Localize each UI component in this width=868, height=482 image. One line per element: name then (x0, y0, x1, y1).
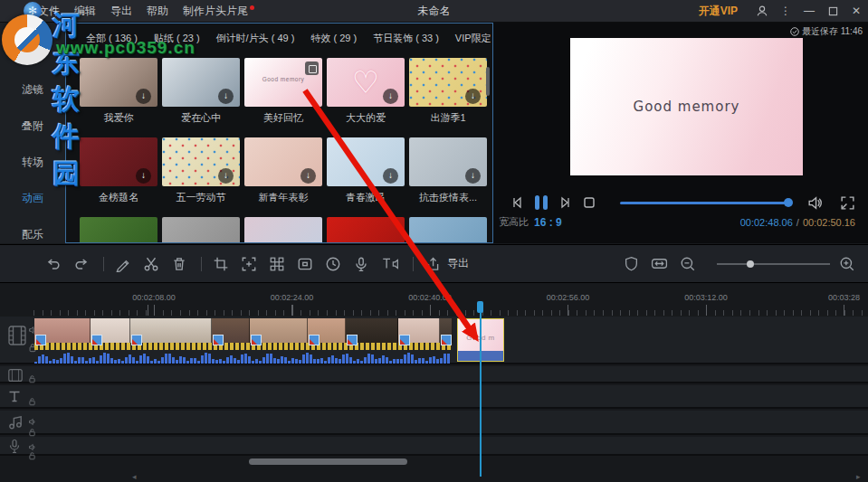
maximize-button[interactable] (821, 5, 844, 17)
template-item[interactable]: ↓新青年表彰 (244, 137, 322, 204)
open-vip-button[interactable]: 开通VIP (699, 4, 738, 19)
clip-file-badge-icon (35, 335, 46, 345)
template-item[interactable] (327, 217, 405, 243)
template-name: 我爱你 (80, 111, 157, 125)
template-name: 金榜题名 (80, 191, 157, 204)
voiceover-track-icon (7, 439, 22, 458)
template-item[interactable]: ↓五一劳动节 (162, 137, 240, 204)
title-clip-selected[interactable]: Good m (457, 318, 504, 362)
template-item[interactable] (409, 217, 487, 243)
seek-bar[interactable] (620, 196, 792, 209)
download-icon[interactable]: ↓ (136, 168, 151, 184)
template-name: 美好回忆 (244, 111, 322, 125)
ruler-label: 00:02:56.00 (547, 293, 590, 302)
download-icon[interactable]: ↓ (465, 89, 481, 104)
current-time: 00:02:48.06 (740, 217, 793, 228)
library-panel: 全部 ( 136 )贴纸 ( 23 )倒计时/片头 ( 49 )特效 ( 29 … (65, 23, 493, 243)
freeze-frame-icon[interactable] (297, 256, 313, 272)
aspect-ratio-value[interactable]: 16 : 9 (534, 216, 562, 229)
timeline-ruler[interactable]: 00:02:08.0000:02:24.0000:02:40.0000:02:5… (0, 283, 868, 317)
next-frame-button[interactable] (557, 194, 573, 211)
edit-pencil-icon[interactable] (115, 256, 131, 272)
template-name: 抗击疫情表... (409, 191, 487, 204)
library-tab[interactable]: 全部 ( 136 ) (86, 32, 138, 45)
template-thumbnail (244, 217, 322, 243)
template-item[interactable]: ↓出游季1 (409, 58, 487, 125)
download-icon[interactable]: ↓ (383, 89, 398, 104)
minimize-button[interactable]: — (797, 5, 821, 17)
download-icon[interactable]: ↓ (136, 89, 151, 104)
library-tab[interactable]: 贴纸 ( 23 ) (154, 32, 200, 45)
undo-icon[interactable] (45, 256, 62, 272)
seek-knob[interactable] (784, 198, 793, 207)
ruler-label: 00:02:40.00 (408, 293, 452, 302)
previous-frame-button[interactable] (510, 194, 526, 211)
template-item[interactable] (80, 217, 157, 243)
export-icon[interactable] (424, 256, 441, 272)
sidebar-item-转场[interactable]: 转场 (0, 146, 65, 179)
timeline-zoom-slider[interactable] (717, 260, 830, 269)
sidebar-item-叠附[interactable]: 叠附 (0, 109, 65, 143)
library-tab[interactable]: 倒计时/片头 ( 49 ) (216, 32, 295, 45)
pause-button[interactable] (535, 195, 548, 210)
menubar: 文件编辑导出帮助制作片头片尾 未命名 开通VIP ⋮ — ✕ (0, 0, 868, 23)
zoom-slider-knob[interactable] (747, 260, 754, 268)
fullscreen-icon[interactable] (840, 195, 855, 211)
export-button[interactable]: 导出 (447, 256, 469, 271)
timeline-horizontal-scrollbar[interactable] (249, 458, 407, 465)
template-item[interactable] (244, 217, 322, 243)
clip-file-badge-icon (399, 335, 410, 345)
text-to-speech-icon[interactable] (381, 256, 399, 272)
zoom-region-icon[interactable] (241, 256, 257, 272)
title-clip-bar (458, 351, 503, 361)
library-tab[interactable]: 节日装饰 ( 33 ) (373, 32, 439, 45)
template-item[interactable] (162, 217, 240, 243)
stop-button[interactable] (582, 195, 596, 210)
library-tab[interactable]: 特效 ( 29 ) (310, 32, 357, 45)
watermark-shield-icon[interactable] (624, 256, 639, 271)
video-clip-strip[interactable] (34, 318, 453, 364)
template-item[interactable]: ♡↓大大的爱 (327, 58, 405, 125)
download-icon[interactable]: ↓ (465, 168, 481, 184)
scroll-right-icon[interactable]: ▸ (856, 472, 861, 481)
redo-icon[interactable] (73, 256, 90, 272)
close-button[interactable]: ✕ (844, 5, 868, 17)
download-icon[interactable]: ↓ (218, 168, 234, 184)
template-thumbnail (409, 217, 487, 243)
template-item[interactable]: ↓爱在心中 (162, 58, 240, 125)
sidebar-item-动画[interactable]: 动画 (0, 182, 65, 215)
timeline-zoom-out-icon[interactable] (680, 256, 696, 272)
fit-timeline-icon[interactable] (651, 256, 668, 271)
library-scrollbar[interactable] (486, 60, 490, 236)
template-item[interactable]: ↓抗击疫情表... (409, 137, 487, 204)
template-item[interactable]: ↓我爱你 (80, 58, 157, 125)
download-icon[interactable]: ↓ (300, 168, 316, 184)
more-menu-icon[interactable]: ⋮ (774, 5, 797, 17)
template-item[interactable]: ↓金榜题名 (80, 137, 157, 204)
volume-icon[interactable] (806, 194, 824, 212)
sidebar-item-文字[interactable]: 文字 (0, 37, 65, 71)
track-lock-icon[interactable] (28, 448, 36, 464)
text-track (0, 385, 868, 409)
sidebar-item-滤镜[interactable]: 滤镜 (0, 73, 65, 107)
check-circle-icon (790, 27, 799, 36)
duration-clock-icon[interactable] (325, 256, 341, 272)
template-item[interactable]: Good memory美好回忆 (244, 58, 322, 125)
mosaic-icon[interactable] (269, 256, 285, 272)
track-lock-icon[interactable] (28, 393, 36, 410)
scroll-left-icon[interactable]: ◂ (132, 472, 137, 481)
delete-trash-icon[interactable] (171, 256, 187, 272)
video-clip[interactable] (130, 318, 212, 343)
template-item[interactable]: ↓青春激昂 (327, 137, 405, 204)
timeline-zoom-in-icon[interactable] (839, 256, 855, 272)
download-icon[interactable]: ↓ (383, 168, 398, 184)
account-icon[interactable] (750, 5, 774, 18)
library-tab[interactable]: VIP限定 ( 2 ) (455, 32, 493, 45)
crop-icon[interactable] (213, 256, 229, 272)
split-scissors-icon[interactable] (143, 256, 159, 272)
template-name: 大大的爱 (327, 111, 405, 125)
playback-controls (510, 191, 855, 214)
template-thumbnail (80, 217, 157, 243)
record-voiceover-icon[interactable] (353, 256, 369, 272)
download-icon[interactable]: ↓ (218, 89, 234, 104)
